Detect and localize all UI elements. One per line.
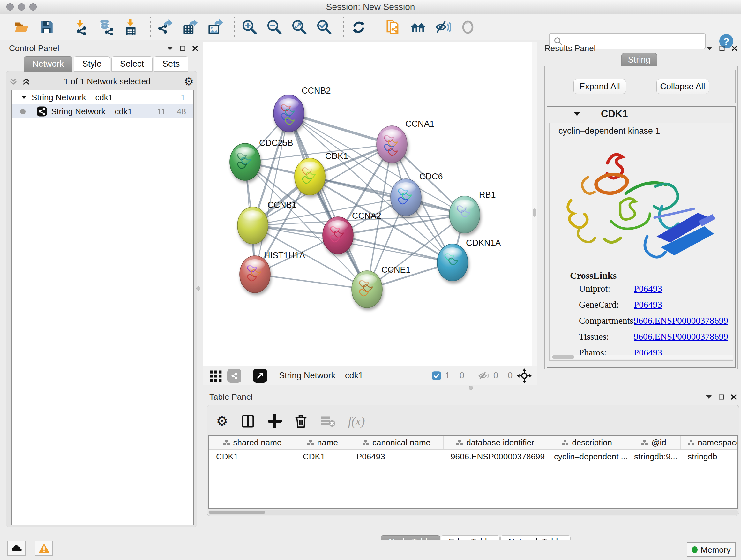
warning-button[interactable] xyxy=(35,541,53,556)
string-network-graph[interactable]: CCNB2CCNA1CDC25BCDK1CDC6RB1CCNB1CCNA2CDK… xyxy=(203,43,532,366)
show-appearance-icon[interactable] xyxy=(460,19,476,36)
column-type-icon xyxy=(307,439,314,446)
zoom-fit-icon[interactable] xyxy=(291,19,308,36)
column-header[interactable]: namespace xyxy=(681,436,738,449)
export-image-icon[interactable] xyxy=(207,19,223,36)
selected-checkbox-icon[interactable] xyxy=(432,371,441,381)
network-vertical-scrollbar[interactable] xyxy=(532,43,537,366)
import-network-icon[interactable] xyxy=(73,19,89,36)
panel-close-icon[interactable] xyxy=(731,394,737,400)
network-node-ccnb2[interactable] xyxy=(273,95,304,132)
network-node-ccna1[interactable] xyxy=(377,126,407,163)
panel-float-icon[interactable] xyxy=(719,394,724,400)
vertical-splitter-handle[interactable] xyxy=(196,287,200,291)
zoom-out-icon[interactable] xyxy=(266,19,283,36)
toolbar-separator xyxy=(378,17,379,37)
crosslink-link[interactable]: 9606.ENSP00000378699 xyxy=(634,315,728,326)
gear-icon[interactable]: ⚙ xyxy=(184,76,194,87)
network-row[interactable]: String Network – cdk1 11 48 xyxy=(12,105,193,118)
network-node-cdc25b[interactable] xyxy=(230,143,260,180)
column-header[interactable]: description xyxy=(547,436,627,449)
network-node-ccne1[interactable] xyxy=(352,271,382,308)
network-collection-row[interactable]: String Network – cdk1 1 xyxy=(12,90,193,105)
open-network-file-icon[interactable] xyxy=(385,19,401,36)
export-network-icon[interactable] xyxy=(157,19,174,36)
results-horizontal-scrollbar[interactable] xyxy=(551,355,733,359)
table-cell[interactable]: cyclin–dependent ... xyxy=(547,450,627,463)
expand-all-button[interactable]: Expand All xyxy=(574,79,626,94)
table-cell[interactable]: P06493 xyxy=(349,450,444,463)
column-header[interactable]: database identifier xyxy=(444,436,547,449)
column-header[interactable]: shared name xyxy=(209,436,296,449)
open-in-new-window-icon[interactable] xyxy=(253,369,267,383)
table-cell[interactable]: stringdb xyxy=(681,450,738,463)
network-node-ccna2[interactable] xyxy=(323,217,353,254)
tree-expand-icon[interactable] xyxy=(21,96,26,99)
show-columns-icon[interactable] xyxy=(241,414,255,428)
panel-collapse-icon[interactable] xyxy=(706,395,712,399)
fit-content-crosshair-icon[interactable] xyxy=(517,368,532,383)
column-header[interactable]: canonical name xyxy=(349,436,444,449)
table-horizontal-scrollbar[interactable] xyxy=(208,510,738,515)
import-table-icon[interactable] xyxy=(123,19,139,36)
expand-all-icon[interactable] xyxy=(22,78,30,85)
network-node-ccnb1[interactable] xyxy=(238,207,268,244)
panel-close-icon[interactable] xyxy=(192,46,198,51)
crosslinks-header: CrossLinks xyxy=(570,270,733,281)
column-header[interactable]: @id xyxy=(627,436,681,449)
network-view-title: String Network – cdk1 xyxy=(279,371,363,381)
add-column-icon[interactable] xyxy=(268,414,282,428)
network-node-cdc6[interactable] xyxy=(391,179,421,216)
crosslink-link[interactable]: 9606.ENSP00000378699 xyxy=(634,331,728,342)
table-cell[interactable]: stringdb:9... xyxy=(627,450,681,463)
refresh-icon[interactable] xyxy=(350,19,367,36)
scrollbar-thumb[interactable] xyxy=(552,355,575,359)
tab-string[interactable]: String xyxy=(621,53,657,66)
table-row[interactable]: CDK1CDK1P064939606.ENSP00000378699cyclin… xyxy=(209,450,738,463)
table-settings-gear-icon[interactable]: ⚙ xyxy=(216,415,228,428)
crosslink-link[interactable]: P06493 xyxy=(634,284,662,294)
column-header[interactable]: name xyxy=(296,436,349,449)
network-view-share-icon[interactable] xyxy=(227,369,241,383)
panel-collapse-icon[interactable] xyxy=(167,47,173,50)
crosslink-link[interactable]: P06493 xyxy=(634,300,662,310)
table-cell[interactable]: CDK1 xyxy=(209,450,296,463)
tab-select[interactable]: Select xyxy=(111,56,152,71)
export-table-icon[interactable] xyxy=(182,19,199,36)
network-node-hist1h1a[interactable] xyxy=(240,256,270,293)
network-node-rb1[interactable] xyxy=(449,196,480,233)
memory-button[interactable]: Memory xyxy=(687,543,736,557)
delete-table-icon xyxy=(320,415,335,428)
tab-style[interactable]: Style xyxy=(74,56,110,71)
import-database-icon[interactable] xyxy=(98,19,114,36)
card-collapse-icon[interactable] xyxy=(574,112,580,116)
results-panel: Results Panel String Expand All Collapse… xyxy=(539,42,741,385)
node-table[interactable]: shared namenamecanonical namedatabase id… xyxy=(208,435,738,509)
open-folder-icon[interactable] xyxy=(13,19,30,36)
hide-appearance-icon[interactable] xyxy=(434,19,451,36)
protein-details: cyclin–dependent kinase 1 xyxy=(549,123,733,361)
network-canvas[interactable]: CCNB2CCNA1CDC25BCDK1CDC6RB1CCNB1CCNA2CDK… xyxy=(203,43,532,366)
zoom-in-icon[interactable] xyxy=(241,19,258,36)
network-node-cdkn1a[interactable] xyxy=(437,244,468,281)
cloud-button[interactable] xyxy=(7,541,25,556)
panel-collapse-icon[interactable] xyxy=(706,47,712,50)
scrollbar-thumb[interactable] xyxy=(209,510,265,514)
grid-view-icon[interactable] xyxy=(209,369,223,383)
horizontal-splitter-handle[interactable] xyxy=(469,386,473,390)
panel-float-icon[interactable] xyxy=(719,46,725,51)
panel-float-icon[interactable] xyxy=(180,46,185,51)
home-networks-icon[interactable] xyxy=(410,19,426,36)
collapse-all-button[interactable]: Collapse All xyxy=(657,79,709,94)
scrollbar-thumb[interactable] xyxy=(533,208,536,217)
collapse-all-icon[interactable] xyxy=(9,78,17,85)
save-icon[interactable] xyxy=(38,19,55,36)
zoom-selected-icon[interactable] xyxy=(316,19,333,36)
network-node-cdk1[interactable] xyxy=(294,158,325,195)
panel-close-icon[interactable] xyxy=(732,46,737,51)
tab-sets[interactable]: Sets xyxy=(154,56,188,71)
table-cell[interactable]: 9606.ENSP00000378699 xyxy=(444,450,547,463)
tab-network[interactable]: Network xyxy=(23,56,72,71)
delete-column-trash-icon[interactable] xyxy=(294,414,307,428)
table-cell[interactable]: CDK1 xyxy=(296,450,349,463)
